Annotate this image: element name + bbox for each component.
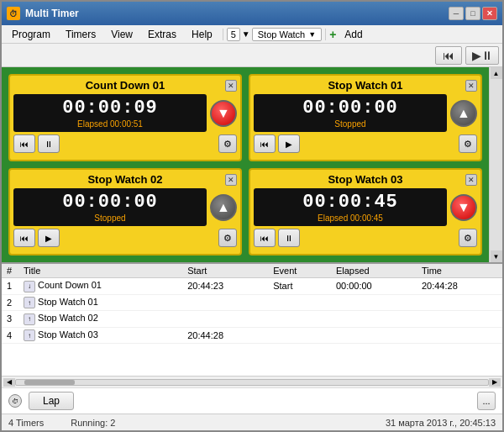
timer-2-title: Stop Watch 01: [265, 79, 465, 92]
menu-program[interactable]: Program: [5, 27, 57, 42]
log-table: # Title Start Event Elapsed Time 1 ↓ Cou…: [2, 264, 502, 376]
log-cell-num-1: 1: [2, 278, 18, 295]
timer-3-settings[interactable]: ⚙: [218, 229, 237, 247]
row-icon-2: ↑: [24, 297, 35, 308]
log-cell-elapsed-3: [331, 311, 417, 328]
menu-timers[interactable]: Timers: [59, 27, 102, 42]
scroll-left-button[interactable]: ◀: [3, 378, 15, 387]
log-row-2[interactable]: 2 ↑ Stop Watch 01: [2, 294, 502, 311]
log-cell-start-4: 20:44:28: [182, 327, 268, 344]
minimize-button[interactable]: ─: [449, 7, 464, 20]
timer-2-play[interactable]: ▶: [278, 134, 300, 153]
col-event: Event: [268, 264, 331, 278]
row-icon-1: ↓: [24, 281, 35, 292]
window-controls: ─ □ ✕: [449, 7, 497, 20]
log-row-3[interactable]: 3 ↑ Stop Watch 02: [2, 311, 502, 328]
timer-1-pause[interactable]: ⏸: [38, 134, 60, 153]
menu-view[interactable]: View: [104, 27, 139, 42]
timer-2-close[interactable]: ✕: [465, 80, 477, 92]
log-row-1[interactable]: 1 ↓ Count Down 01 20:44:23 Start 00:00:0…: [2, 278, 502, 295]
timer-3-title: Stop Watch 02: [25, 173, 225, 186]
lap-button[interactable]: Lap: [29, 392, 74, 410]
timer-4-pause[interactable]: ⏸: [278, 229, 300, 247]
timer-4-display-row: 00:00:45 Elapsed 00:00:45 ▼: [254, 188, 477, 226]
log-cell-elapsed-4: [331, 327, 417, 344]
timer-3-controls: ⏮ ▶ ⚙: [13, 229, 237, 247]
row-icon-4: ↑: [24, 329, 35, 341]
bottom-panel: # Title Start Event Elapsed Time 1 ↓ Cou…: [2, 262, 502, 430]
timer-2-status: Stopped: [259, 119, 442, 129]
timer-1-settings[interactable]: ⚙: [218, 134, 237, 153]
timer-1-rewind[interactable]: ⏮: [13, 134, 35, 153]
timer-4-display: 00:00:45 Elapsed 00:00:45: [254, 188, 447, 226]
scroll-up-button[interactable]: ▲: [491, 67, 502, 79]
timer-4-rewind[interactable]: ⏮: [254, 229, 276, 247]
log-cell-event-1: Start: [268, 278, 331, 295]
main-content: Count Down 01 ✕ 00:00:09 Elapsed 00:00:5…: [2, 67, 502, 262]
log-row-4[interactable]: 4 ↑ Stop Watch 03 20:44:28: [2, 327, 502, 344]
close-button[interactable]: ✕: [482, 7, 497, 20]
more-options-button[interactable]: ...: [477, 392, 496, 410]
maximize-button[interactable]: □: [465, 7, 480, 20]
log-cell-title-4: ↑ Stop Watch 03: [18, 327, 182, 344]
timer-widget-2: Stop Watch 01 ✕ 00:00:00 Stopped ▲ ⏮ ▶ ⚙: [249, 74, 482, 161]
vertical-scrollbar[interactable]: ▲ ▼: [489, 67, 502, 262]
timer-4-action-icon: ▼: [457, 200, 470, 215]
timer-3-action-button[interactable]: ▲: [210, 194, 237, 221]
timer-4-elapsed: Elapsed 00:00:45: [259, 213, 442, 223]
main-window: ⏱ Multi Timer ─ □ ✕ Program Timers View …: [0, 0, 504, 432]
toolbar: ⏮ ▶⏸: [2, 44, 502, 67]
bottom-controls: ⏱ Lap ...: [2, 387, 502, 414]
log-cell-time-4: [417, 327, 502, 344]
horizontal-scrollbar[interactable]: ◀ ▶: [2, 376, 502, 387]
menu-extras[interactable]: Extras: [141, 27, 183, 42]
log-cell-time-1: 20:44:28: [417, 278, 502, 295]
timer-2-settings[interactable]: ⚙: [459, 134, 477, 153]
scroll-down-button[interactable]: ▼: [491, 250, 502, 262]
scroll-right-button[interactable]: ▶: [489, 378, 501, 387]
rewind-button[interactable]: ⏮: [435, 46, 462, 65]
log-cell-num-3: 3: [2, 311, 18, 328]
log-cell-start-1: 20:44:23: [182, 278, 268, 295]
timer-4-close[interactable]: ✕: [465, 174, 477, 186]
status-timer-count: 4 Timers: [8, 418, 44, 428]
timer-1-title: Count Down 01: [25, 79, 225, 92]
title-bar: ⏱ Multi Timer ─ □ ✕: [2, 2, 502, 25]
col-start: Start: [182, 264, 268, 278]
timer-3-rewind[interactable]: ⏮: [13, 229, 35, 247]
app-icon: ⏱: [7, 7, 20, 20]
menu-help[interactable]: Help: [185, 27, 219, 42]
add-button[interactable]: Add: [338, 27, 369, 42]
timer-count-selector[interactable]: 5: [227, 28, 240, 41]
timer-4-time: 00:00:45: [259, 192, 442, 213]
status-bar: 4 Timers Running: 2 31 марта 2013 г., 20…: [2, 414, 502, 430]
timer-1-display: 00:00:09 Elapsed 00:00:51: [13, 94, 207, 132]
timer-3-play[interactable]: ▶: [38, 229, 60, 247]
timer-4-title: Stop Watch 03: [265, 173, 465, 186]
log-cell-elapsed-1: 00:00:00: [331, 278, 417, 295]
dropdown-arrow[interactable]: ▼: [242, 29, 250, 39]
timer-2-rewind[interactable]: ⏮: [254, 134, 276, 153]
timer-2-action-button[interactable]: ▲: [450, 100, 477, 127]
play-pause-button[interactable]: ▶⏸: [465, 46, 499, 65]
timer-4-settings[interactable]: ⚙: [459, 229, 477, 247]
menu-separator-1: [223, 29, 223, 40]
timer-1-time: 00:00:09: [18, 97, 202, 119]
timer-1-action-button[interactable]: ▼: [210, 100, 237, 127]
log-data-table: # Title Start Event Elapsed Time 1 ↓ Cou…: [2, 264, 502, 344]
log-cell-event-3: [268, 311, 331, 328]
timer-3-time: 00:00:00: [18, 192, 202, 213]
timer-type-dropdown[interactable]: Stop Watch ▼: [252, 28, 322, 41]
timer-1-header: Count Down 01 ✕: [13, 79, 237, 92]
timer-3-header: Stop Watch 02 ✕: [13, 173, 237, 186]
timer-1-display-row: 00:00:09 Elapsed 00:00:51 ▼: [13, 94, 237, 132]
log-cell-num-2: 2: [2, 294, 18, 311]
timer-3-close[interactable]: ✕: [225, 174, 237, 186]
lap-icon: ⏱: [8, 394, 22, 408]
log-cell-time-3: [417, 311, 502, 328]
timer-4-action-button[interactable]: ▼: [450, 194, 477, 221]
timer-1-close[interactable]: ✕: [225, 80, 237, 92]
timer-4-header: Stop Watch 03 ✕: [254, 173, 477, 186]
status-running: Running: 2: [71, 418, 115, 428]
timer-2-controls: ⏮ ▶ ⚙: [254, 134, 477, 153]
